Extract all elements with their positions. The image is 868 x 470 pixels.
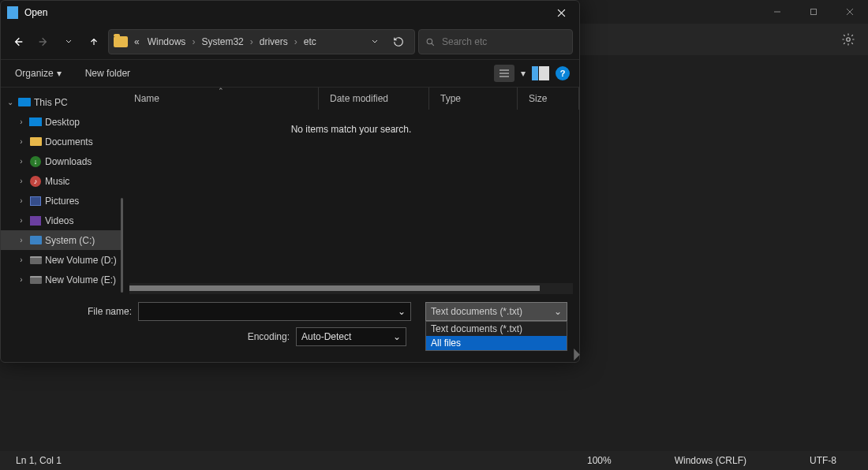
nav-forward-button[interactable] [32, 31, 54, 53]
tree-item[interactable]: ›Desktop [1, 112, 123, 132]
tree-item-label: This PC [34, 97, 68, 108]
down-icon: ↓ [29, 156, 42, 167]
h-scrollbar[interactable] [129, 283, 573, 294]
tree-item[interactable]: ›♪Music [1, 171, 123, 191]
settings-button[interactable] [841, 32, 855, 47]
status-eol[interactable]: Windows (CRLF) [643, 455, 778, 466]
music-icon: ♪ [29, 176, 42, 187]
filetype-option[interactable]: Text documents (*.txt) [426, 322, 567, 336]
expander-icon[interactable]: › [17, 118, 26, 126]
tree-item[interactable]: ⌄This PC [1, 92, 123, 112]
tree-item[interactable]: ›Documents [1, 132, 123, 151]
filetype-select[interactable]: Text documents (*.txt) ⌄ Text documents … [425, 302, 567, 351]
search-icon [425, 37, 436, 47]
breadcrumb-item[interactable]: Windows [144, 35, 189, 49]
svg-point-7 [427, 39, 432, 44]
status-cursor[interactable]: Ln 1, Col 1 [0, 455, 556, 466]
new-folder-button[interactable]: New folder [80, 65, 135, 82]
nav-tree[interactable]: ⌄This PC›Desktop›Documents›↓Downloads›♪M… [1, 88, 123, 296]
expander-icon[interactable]: › [17, 216, 26, 225]
view-mode-button[interactable] [494, 65, 514, 82]
encoding-select[interactable]: Auto-Detect ⌄ [296, 327, 406, 346]
drive-icon [29, 274, 42, 285]
tree-item[interactable]: ›Videos [1, 211, 123, 230]
column-type[interactable]: Type [429, 88, 518, 110]
column-name[interactable]: ⌃Name [123, 88, 319, 110]
column-size[interactable]: Size [518, 88, 579, 110]
preview-pane-button[interactable] [532, 66, 549, 80]
filename-input[interactable]: ⌄ [138, 302, 411, 321]
caret-down-icon[interactable]: ⌄ [393, 331, 401, 342]
chevron-right-icon: › [190, 36, 196, 47]
caret-down-icon: ▾ [57, 68, 62, 79]
tree-item-label: New Volume (D:) [45, 255, 117, 266]
tree-item-label: Desktop [45, 117, 80, 128]
svg-rect-1 [811, 9, 817, 15]
tree-item-label: Music [45, 176, 69, 187]
expander-icon[interactable]: › [17, 177, 26, 185]
search-box[interactable] [418, 29, 573, 54]
empty-message: No items match your search. [123, 110, 579, 283]
tree-item-label: Downloads [45, 156, 92, 167]
tree-item[interactable]: ›System (C:) [1, 230, 123, 250]
encoding-label: Encoding: [12, 331, 296, 342]
pic-icon [29, 196, 42, 207]
breadcrumb-item[interactable]: etc [301, 35, 320, 49]
nav-up-button[interactable] [83, 31, 105, 53]
expander-icon[interactable]: › [17, 236, 26, 244]
tree-item-label: System (C:) [45, 235, 95, 246]
column-date[interactable]: Date modified [319, 88, 429, 110]
folder-icon [29, 136, 42, 147]
filetype-option[interactable]: All files [426, 336, 567, 350]
maximize-button[interactable] [795, 0, 832, 24]
breadcrumb-prefix[interactable]: « [131, 35, 143, 49]
desktop-icon [29, 117, 42, 128]
organize-menu[interactable]: Organize ▾ [10, 65, 66, 82]
caret-down-icon: ⌄ [554, 306, 562, 317]
caret-down-icon[interactable]: ▾ [521, 68, 526, 79]
filename-label: File name: [12, 306, 138, 317]
tree-item[interactable]: ›New Volume (E:) [1, 270, 123, 289]
sort-indicator-icon: ⌃ [218, 87, 224, 95]
svg-line-8 [432, 43, 434, 45]
chevron-right-icon: › [293, 36, 299, 47]
expander-icon[interactable]: › [17, 137, 26, 146]
nav-back-button[interactable] [7, 31, 29, 53]
resize-grip[interactable]: ◢ [566, 346, 581, 361]
vid-icon [29, 215, 42, 226]
expander-icon[interactable]: ⌄ [6, 98, 15, 106]
expander-icon[interactable]: › [17, 196, 26, 205]
refresh-button[interactable] [387, 31, 410, 53]
tree-item-label: Documents [45, 136, 93, 147]
search-input[interactable] [442, 36, 566, 47]
drive-icon [29, 255, 42, 266]
nav-recent-button[interactable] [58, 31, 80, 53]
caret-down-icon[interactable]: ⌄ [398, 306, 406, 317]
status-bar: Ln 1, Col 1 100% Windows (CRLF) UTF-8 [0, 451, 868, 470]
minimize-button[interactable] [759, 0, 795, 24]
dialog-close-button[interactable] [543, 1, 579, 24]
address-bar[interactable]: « Windows› System32› drivers› etc [108, 29, 415, 54]
close-button[interactable] [832, 0, 868, 24]
expander-icon[interactable]: › [17, 275, 26, 284]
help-button[interactable]: ? [556, 66, 570, 80]
status-encoding[interactable]: UTF-8 [778, 455, 868, 466]
document-icon [7, 6, 18, 19]
tree-item[interactable]: ›Pictures [1, 191, 123, 211]
dialog-title: Open [24, 7, 47, 18]
address-dropdown-button[interactable] [364, 31, 386, 53]
tree-item-label: New Volume (E:) [45, 274, 116, 285]
open-dialog: Open « Windows› System32› drivers› etc O… [0, 0, 580, 363]
chevron-right-icon: › [249, 36, 255, 47]
tree-item[interactable]: ›↓Downloads [1, 151, 123, 171]
folder-icon [114, 36, 128, 47]
status-zoom[interactable]: 100% [556, 455, 643, 466]
breadcrumb-item[interactable]: drivers [256, 35, 291, 49]
expander-icon[interactable]: › [17, 157, 26, 166]
breadcrumb-item[interactable]: System32 [198, 35, 246, 49]
expander-icon[interactable]: › [17, 256, 26, 264]
tree-item-label: Videos [45, 215, 73, 226]
tree-item[interactable]: ›New Volume (D:) [1, 250, 123, 270]
file-list: ⌃Name Date modified Type Size No items m… [123, 88, 579, 296]
folderb-icon [29, 235, 42, 246]
